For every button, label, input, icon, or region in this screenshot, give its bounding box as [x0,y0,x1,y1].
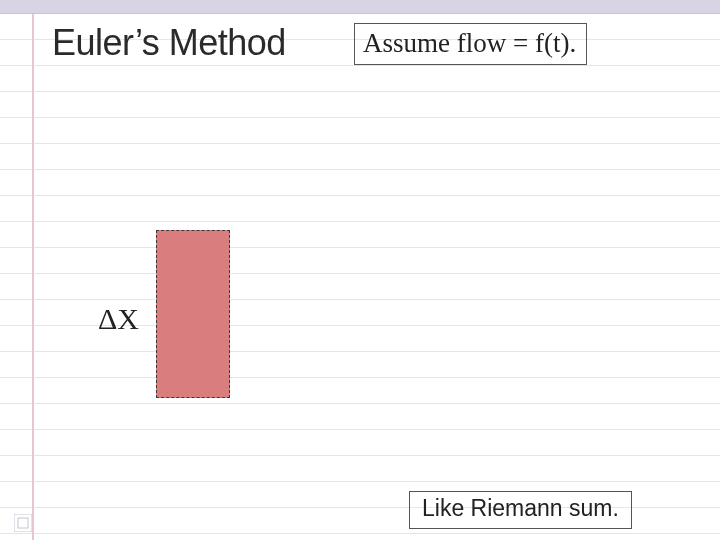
assumption-box: Assume flow = f(t). [354,23,587,65]
notebook-margin-line [32,14,34,540]
slide-title: Euler’s Method [52,22,286,64]
corner-square-icon [14,514,32,532]
delta-x-figure: ΔX [98,230,248,400]
riemann-bar [156,230,230,398]
svg-rect-0 [14,514,32,532]
delta-x-label: ΔX [98,302,139,336]
svg-rect-1 [18,518,28,528]
riemann-caption-box: Like Riemann sum. [409,491,632,529]
slide-top-bar [0,0,720,14]
